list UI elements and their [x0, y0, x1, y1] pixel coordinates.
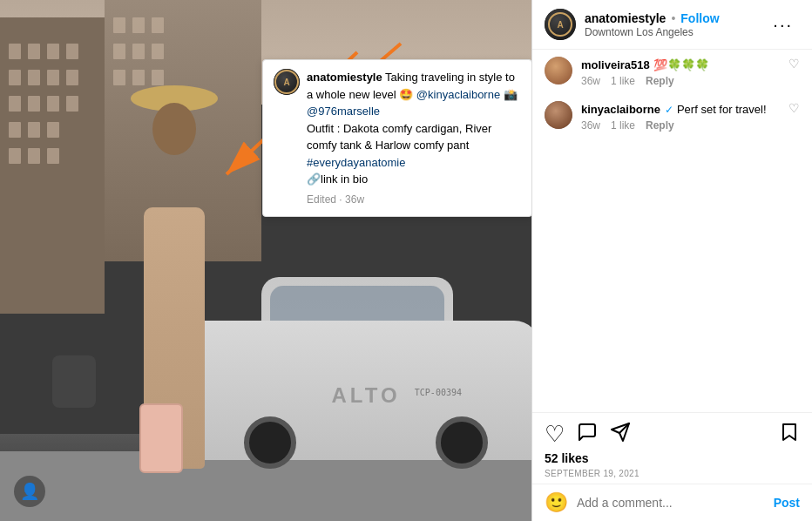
comment-input[interactable] — [577, 496, 774, 510]
comments-section[interactable]: moliveira518 💯🍀🍀🍀 36w 1 like Reply ♡ — [532, 50, 812, 412]
username-row: anatomiestyle • Follow — [585, 11, 766, 25]
avatar-img-2 — [545, 101, 572, 129]
popup-hashtag[interactable]: #everydayanatomie — [307, 156, 405, 169]
popup-caption-text: anatomiestyle Taking traveling in style … — [307, 69, 521, 207]
license-plate: TCP-00394 — [415, 388, 462, 397]
post-header: A anatomiestyle • Follow Downtown Los An… — [532, 0, 812, 50]
comment-meta-2: 36w 1 like Reply — [581, 119, 788, 132]
list-item: moliveira518 💯🍀🍀🍀 36w 1 like Reply ♡ — [545, 50, 800, 94]
list-item: kinyaclaiborne ✓ Perf set for travel! 36… — [545, 94, 800, 139]
avatar-img-1 — [545, 57, 572, 85]
verified-badge-2: ✓ — [665, 104, 673, 116]
popup-mention-2[interactable]: @976marselle — [307, 105, 380, 118]
comment-text-1: moliveira518 💯🍀🍀🍀 — [581, 57, 788, 72]
header-info: anatomiestyle • Follow Downtown Los Ange… — [585, 11, 766, 38]
emoji-button[interactable]: 🙂 — [545, 491, 568, 514]
commenter-username-1[interactable]: moliveira518 — [581, 58, 650, 71]
more-options-button[interactable]: ··· — [766, 11, 800, 38]
comment-content-2: Perf set for travel! — [677, 103, 767, 116]
svg-marker-5 — [783, 424, 795, 440]
post-date: September 19, 2021 — [545, 469, 800, 478]
profile-avatar[interactable]: A — [545, 9, 576, 40]
follow-button[interactable]: Follow — [680, 11, 719, 25]
profile-username[interactable]: anatomiestyle — [585, 11, 666, 25]
caption-popup: A anatomiestyle Taking traveling in styl… — [262, 59, 531, 217]
bookmark-button[interactable] — [779, 422, 800, 446]
comment-input-area: 🙂 Post — [532, 484, 812, 521]
comment-meta-1: 36w 1 like Reply — [581, 75, 788, 87]
action-bar: ♡ 52 likes — [532, 412, 812, 484]
likes-count: 52 likes — [545, 451, 800, 465]
car-brand-text: ALTO — [331, 383, 400, 408]
comment-time-1: 36w — [581, 75, 600, 87]
popup-caption-body: Taking traveling in style to a whole new… — [307, 71, 518, 186]
action-icons-row: ♡ — [545, 422, 800, 446]
avatar-logo-letter: A — [283, 78, 289, 87]
like-comment-button-2[interactable]: ♡ — [788, 101, 800, 115]
like-comment-button-1[interactable]: ♡ — [788, 57, 800, 71]
popup-avatar: A — [274, 69, 300, 95]
car-wheel-right — [436, 416, 488, 469]
viewer-avatar: 👤 — [14, 476, 45, 507]
comment-body-1: moliveira518 💯🍀🍀🍀 36w 1 like Reply — [581, 57, 788, 87]
like-button[interactable]: ♡ — [545, 423, 565, 445]
popup-edited-label: Edited · 36w — [307, 192, 521, 207]
comment-likes-1: 1 like — [611, 75, 635, 87]
comment-text-2: kinyaclaiborne ✓ Perf set for travel! — [581, 101, 788, 117]
photo-panel: ALTO TCP-00394 👤 — [0, 0, 531, 521]
separator-dot: • — [671, 11, 675, 25]
comment-body-2: kinyaclaiborne ✓ Perf set for travel! 36… — [581, 101, 788, 132]
post-location: Downtown Los Angeles — [585, 26, 766, 38]
commenter-username-2[interactable]: kinyaclaiborne — [581, 103, 660, 116]
popup-mention-1[interactable]: @kinyaclaiborne — [416, 88, 500, 101]
instagram-panel: A anatomiestyle • Follow Downtown Los An… — [531, 0, 812, 521]
reply-button-1[interactable]: Reply — [646, 75, 674, 87]
head — [152, 103, 196, 155]
post-comment-button[interactable]: Post — [774, 496, 800, 510]
viewer-avatar-icon: 👤 — [20, 482, 39, 501]
popup-username: anatomiestyle — [307, 71, 382, 84]
share-button[interactable] — [610, 422, 631, 446]
pink-luggage — [139, 403, 183, 473]
handbag — [52, 355, 96, 408]
comment-likes-2: 1 like — [611, 119, 635, 132]
comment-time-2: 36w — [581, 119, 600, 132]
commenter-avatar-2[interactable] — [545, 101, 572, 129]
reply-button-2[interactable]: Reply — [646, 119, 674, 132]
comment-content-1: 💯🍀🍀🍀 — [653, 58, 709, 71]
commenter-avatar-1[interactable] — [545, 57, 572, 85]
comment-button[interactable] — [577, 422, 598, 446]
